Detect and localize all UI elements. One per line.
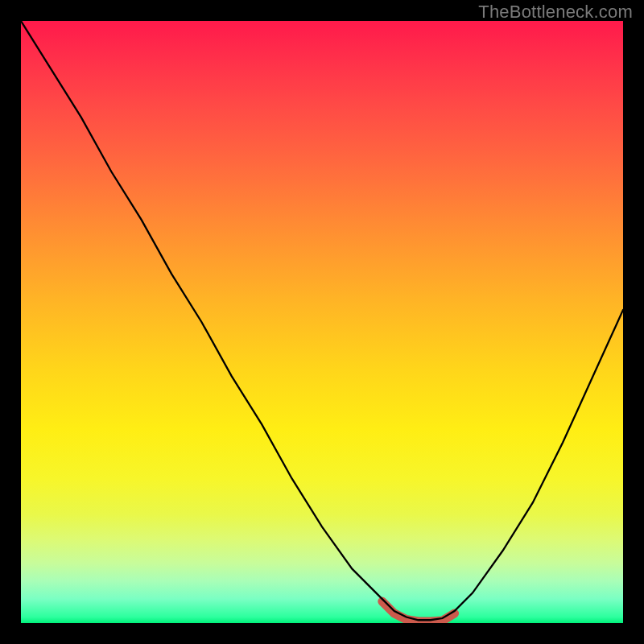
watermark-text: TheBottleneck.com (478, 2, 633, 23)
bottleneck-curve (21, 21, 623, 620)
chart-svg (21, 21, 623, 623)
plot-area (21, 21, 623, 623)
